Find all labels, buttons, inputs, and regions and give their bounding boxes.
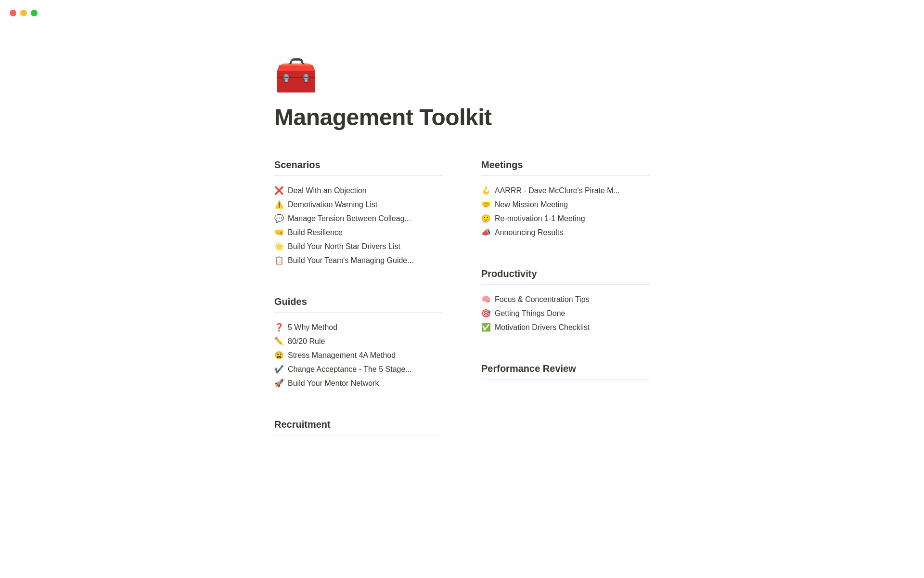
list-item[interactable]: 🌟 Build Your North Star Drivers List	[274, 239, 443, 253]
item-label: Build Resilience	[288, 228, 343, 237]
section-guides: Guides ❓ 5 Why Method ✏️ 80/20 Rule 😩 St…	[274, 296, 443, 390]
item-label: Getting Things Done	[495, 309, 565, 318]
list-item[interactable]: ✔️ Change Acceptance - The 5 Stage...	[274, 362, 443, 376]
item-emoji: 🚀	[274, 379, 284, 388]
list-item[interactable]: 🚀 Build Your Mentor Network	[274, 376, 443, 390]
right-column: Meetings 🪝 AARRR - Dave McClure's Pirate…	[481, 159, 650, 464]
meetings-list: 🪝 AARRR - Dave McClure's Pirate M... 🤝 N…	[481, 184, 650, 239]
section-title-guides: Guides	[274, 296, 443, 313]
item-emoji: 🤝	[481, 200, 491, 209]
list-item[interactable]: ✏️ 80/20 Rule	[274, 334, 443, 348]
item-label: Change Acceptance - The 5 Stage...	[288, 365, 412, 374]
item-label: Build Your North Star Drivers List	[288, 242, 400, 251]
page-content: 🧰 Management Toolkit Scenarios ❌ Deal Wi…	[245, 0, 679, 503]
minimize-button[interactable]	[20, 10, 27, 16]
section-performance-review: Performance Review	[481, 363, 650, 380]
productivity-list: 🧠 Focus & Concentration Tips 🎯 Getting T…	[481, 292, 650, 334]
list-item[interactable]: 🪝 AARRR - Dave McClure's Pirate M...	[481, 184, 650, 197]
item-label: 5 Why Method	[288, 323, 337, 332]
item-emoji: 🤜	[274, 228, 284, 237]
item-emoji: 😩	[274, 351, 284, 360]
item-label: Announcing Results	[495, 228, 563, 237]
section-title-meetings: Meetings	[481, 159, 650, 176]
maximize-button[interactable]	[31, 10, 38, 16]
section-meetings: Meetings 🪝 AARRR - Dave McClure's Pirate…	[481, 159, 650, 239]
item-emoji: ⚠️	[274, 200, 284, 209]
item-label: Build Your Team's Managing Guide...	[288, 256, 414, 265]
page-title: Management Toolkit	[274, 104, 650, 131]
item-emoji: ❌	[274, 186, 284, 195]
scenarios-list: ❌ Deal With an Objection ⚠️ Demotivation…	[274, 184, 443, 267]
section-title-recruitment: Recruitment	[274, 419, 443, 435]
list-item[interactable]: 💬 Manage Tension Between Colleag...	[274, 211, 443, 225]
item-emoji: 🪝	[481, 186, 491, 195]
list-item[interactable]: 🤜 Build Resilience	[274, 225, 443, 239]
item-label: Manage Tension Between Colleag...	[288, 214, 411, 223]
section-title-productivity: Productivity	[481, 268, 650, 285]
close-button[interactable]	[10, 10, 16, 16]
list-item[interactable]: 🤝 New Mission Meeting	[481, 197, 650, 211]
section-recruitment: Recruitment	[274, 419, 443, 435]
item-label: Motivation Drivers Checklist	[495, 323, 590, 332]
list-item[interactable]: ✅ Motivation Drivers Checklist	[481, 320, 650, 334]
left-column: Scenarios ❌ Deal With an Objection ⚠️ De…	[274, 159, 443, 464]
item-label: New Mission Meeting	[495, 200, 568, 209]
item-label: Stress Management 4A Method	[288, 351, 396, 360]
section-productivity: Productivity 🧠 Focus & Concentration Tip…	[481, 268, 650, 334]
item-emoji: 📋	[274, 256, 284, 265]
item-emoji: ✏️	[274, 337, 284, 346]
item-label: AARRR - Dave McClure's Pirate M...	[495, 186, 620, 195]
item-label: Re-motivation 1-1 Meeting	[495, 214, 585, 223]
list-item[interactable]: 🙂 Re-motivation 1-1 Meeting	[481, 211, 650, 225]
item-label: Deal With an Objection	[288, 186, 367, 195]
list-item[interactable]: ❓ 5 Why Method	[274, 320, 443, 334]
item-emoji: ✔️	[274, 365, 284, 374]
item-label: Focus & Concentration Tips	[495, 295, 590, 304]
item-label: Demotivation Warning List	[288, 200, 377, 209]
section-title-performance-review: Performance Review	[481, 363, 650, 380]
list-item[interactable]: ⚠️ Demotivation Warning List	[274, 197, 443, 211]
item-emoji: 💬	[274, 214, 284, 223]
list-item[interactable]: 📋 Build Your Team's Managing Guide...	[274, 253, 443, 267]
list-item[interactable]: 📣 Announcing Results	[481, 225, 650, 239]
section-scenarios: Scenarios ❌ Deal With an Objection ⚠️ De…	[274, 159, 443, 267]
item-emoji: ✅	[481, 323, 491, 332]
sections-grid: Scenarios ❌ Deal With an Objection ⚠️ De…	[274, 159, 650, 464]
section-title-scenarios: Scenarios	[274, 159, 443, 176]
item-label: 80/20 Rule	[288, 337, 325, 346]
item-label: Build Your Mentor Network	[288, 379, 379, 388]
window-controls	[10, 10, 38, 16]
item-emoji: 🎯	[481, 309, 491, 318]
item-emoji: 🧠	[481, 295, 491, 304]
item-emoji: 🙂	[481, 214, 491, 223]
list-item[interactable]: 🧠 Focus & Concentration Tips	[481, 292, 650, 306]
list-item[interactable]: ❌ Deal With an Objection	[274, 184, 443, 197]
item-emoji: 🌟	[274, 242, 284, 251]
page-icon: 🧰	[274, 58, 650, 92]
list-item[interactable]: 😩 Stress Management 4A Method	[274, 348, 443, 362]
list-item[interactable]: 🎯 Getting Things Done	[481, 306, 650, 320]
guides-list: ❓ 5 Why Method ✏️ 80/20 Rule 😩 Stress Ma…	[274, 320, 443, 390]
item-emoji: ❓	[274, 323, 284, 332]
item-emoji: 📣	[481, 228, 491, 237]
